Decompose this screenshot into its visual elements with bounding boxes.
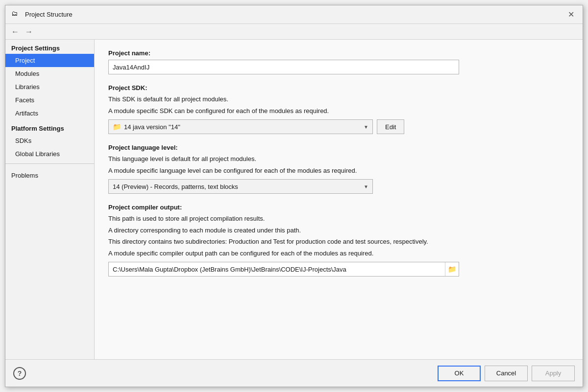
content-area: Project name: Project SDK: This SDK is d…	[95, 40, 583, 359]
language-level-label: Project language level:	[108, 144, 569, 151]
project-structure-dialog: 🗂 Project Structure ✕ ← → Project Settin…	[5, 5, 583, 387]
bottom-left: ?	[13, 367, 26, 380]
sidebar-item-sdks[interactable]: SDKs	[5, 134, 94, 147]
back-button[interactable]: ←	[9, 26, 21, 37]
sdk-chevron-icon: ▼	[364, 124, 368, 130]
forward-button[interactable]: →	[23, 26, 35, 37]
sdk-dropdown[interactable]: 📁 14 java version "14" ▼	[108, 119, 373, 134]
project-name-section: Project name:	[108, 49, 569, 74]
dialog-title: Project Structure	[25, 11, 73, 18]
bottom-right: OK Cancel Apply	[438, 366, 575, 381]
sidebar-divider	[5, 163, 94, 164]
sdk-desc2: A module specific SDK can be configured …	[108, 106, 569, 116]
compiler-path-row: 📁	[108, 262, 459, 277]
ok-button[interactable]: OK	[438, 366, 481, 381]
compiler-desc4: A module specific compiler output path c…	[108, 249, 569, 258]
compiler-output-section: Project compiler output: This path is us…	[108, 204, 569, 277]
sdk-selected-value: 14 java version "14"	[124, 123, 180, 131]
apply-button[interactable]: Apply	[532, 366, 575, 381]
sdk-desc1: This SDK is default for all project modu…	[108, 94, 569, 104]
sdk-row: 📁 14 java version "14" ▼ Edit	[108, 119, 569, 134]
sidebar-item-modules[interactable]: Modules	[5, 67, 94, 80]
compiler-path-folder-button[interactable]: 📁	[445, 262, 459, 276]
language-chevron-icon: ▼	[364, 184, 368, 189]
project-sdk-section: Project SDK: This SDK is default for all…	[108, 84, 569, 134]
title-bar-left: 🗂 Project Structure	[11, 10, 73, 20]
compiler-path-input[interactable]	[109, 264, 445, 275]
sidebar-item-libraries[interactable]: Libraries	[5, 80, 94, 93]
main-content: Project Settings Project Modules Librari…	[5, 40, 583, 359]
sidebar-item-global-libraries[interactable]: Global Libraries	[5, 147, 94, 161]
language-selected-value: 14 (Preview) - Records, patterns, text b…	[113, 183, 238, 190]
compiler-output-label: Project compiler output:	[108, 204, 569, 211]
title-bar: 🗂 Project Structure ✕	[5, 5, 583, 24]
project-sdk-label: Project SDK:	[108, 84, 569, 92]
sidebar-item-project[interactable]: Project	[5, 54, 94, 67]
sdk-edit-button[interactable]: Edit	[377, 119, 404, 134]
sidebar-item-facets[interactable]: Facets	[5, 93, 94, 107]
help-button[interactable]: ?	[13, 367, 26, 380]
language-level-section: Project language level: This language le…	[108, 144, 569, 194]
project-name-label: Project name:	[108, 49, 569, 57]
cancel-button[interactable]: Cancel	[485, 366, 528, 381]
project-name-input[interactable]	[108, 60, 459, 74]
dialog-icon: 🗂	[11, 10, 21, 20]
sidebar-item-artifacts[interactable]: Artifacts	[5, 107, 94, 120]
bottom-bar: ? OK Cancel Apply	[5, 359, 583, 387]
compiler-desc1: This path is used to store all project c…	[108, 214, 569, 224]
platform-settings-header: Platform Settings	[5, 120, 94, 134]
language-desc2: A module specific language level can be …	[108, 166, 569, 176]
toolbar: ← →	[5, 24, 583, 40]
compiler-desc2: A directory corresponding to each module…	[108, 226, 569, 235]
close-button[interactable]: ✕	[565, 9, 577, 21]
compiler-desc3: This directory contains two subdirectori…	[108, 237, 569, 247]
sdk-folder-icon: 📁	[113, 123, 121, 131]
language-dropdown[interactable]: 14 (Preview) - Records, patterns, text b…	[108, 179, 373, 194]
sidebar: Project Settings Project Modules Librari…	[5, 40, 95, 359]
project-settings-header: Project Settings	[5, 40, 94, 54]
sidebar-item-problems[interactable]: Problems	[5, 167, 94, 182]
language-desc1: This language level is default for all p…	[108, 154, 569, 164]
sdk-select-inner: 📁 14 java version "14"	[113, 123, 180, 131]
